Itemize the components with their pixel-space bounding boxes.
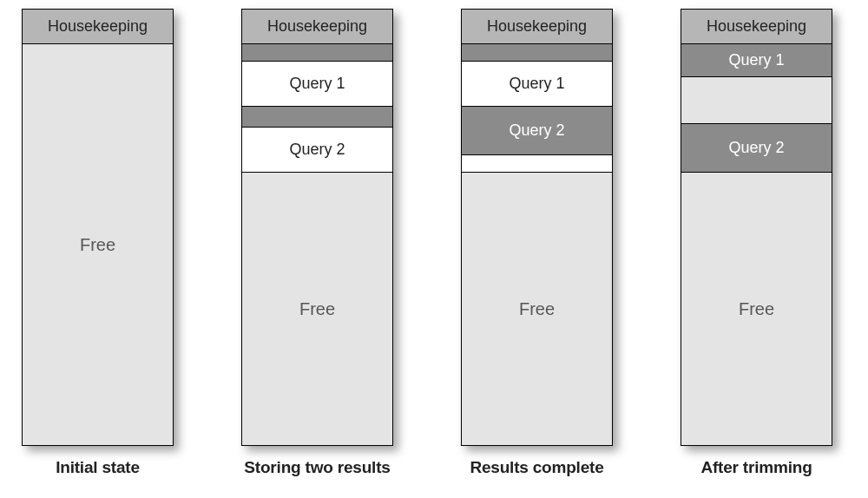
block-free: Free	[23, 44, 173, 445]
block-darkband	[242, 107, 392, 128]
column-0: HousekeepingFreeInitial state	[22, 9, 174, 477]
block-query2: Query 2	[681, 124, 832, 173]
column-3: HousekeepingQuery 1Query 2FreeAfter trim…	[681, 9, 832, 477]
block-query1: Query 1	[462, 62, 612, 107]
column-1: HousekeepingQuery 1Query 2FreeStoring tw…	[241, 9, 393, 477]
memory-stack: HousekeepingQuery 1Query 2Free	[681, 9, 832, 446]
block-free: Free	[242, 173, 392, 445]
block-query1: Query 1	[242, 62, 392, 107]
column-caption: After trimming	[681, 458, 832, 477]
column-caption: Results complete	[461, 458, 613, 477]
block-housekeeping: Housekeeping	[681, 10, 832, 44]
block-housekeeping: Housekeeping	[23, 10, 173, 44]
memory-stack: HousekeepingQuery 1Query 2Free	[241, 9, 393, 446]
block-darkband	[462, 44, 612, 62]
block-free: Free	[462, 173, 612, 445]
block-housekeeping: Housekeeping	[462, 10, 612, 44]
block-query2: Query 2	[462, 107, 612, 155]
block-lightband	[681, 77, 832, 124]
block-query1: Query 1	[681, 44, 832, 77]
memory-stack: HousekeepingFree	[22, 9, 174, 446]
memory-states-diagram: HousekeepingFreeInitial stateHousekeepin…	[9, 9, 859, 477]
column-2: HousekeepingQuery 1Query 2FreeResults co…	[461, 9, 613, 477]
column-caption: Initial state	[22, 458, 174, 477]
memory-stack: HousekeepingQuery 1Query 2Free	[461, 9, 613, 446]
block-whiteband	[462, 155, 612, 173]
column-caption: Storing two results	[241, 458, 393, 477]
block-darkband	[242, 44, 392, 62]
block-query2: Query 2	[242, 128, 392, 173]
block-free: Free	[681, 173, 832, 445]
block-housekeeping: Housekeeping	[242, 10, 392, 44]
